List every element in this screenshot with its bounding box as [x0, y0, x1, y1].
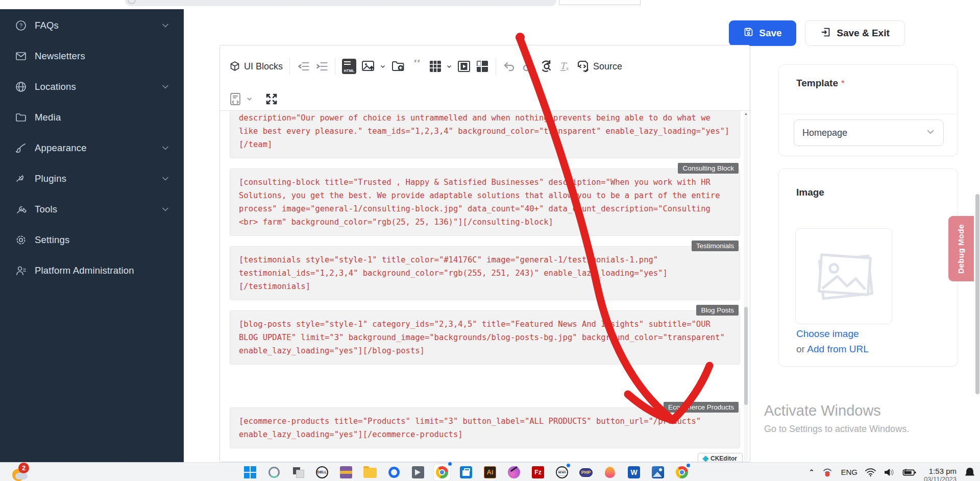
wifi-icon[interactable] — [865, 467, 876, 477]
shortcode-text: [blog-posts style="style-1" category_ids… — [239, 318, 731, 357]
word-app[interactable]: W — [627, 466, 641, 479]
ckeditor-brand-badge: CKEditor — [698, 453, 743, 462]
add-from-url-link[interactable]: Add from URL — [807, 344, 868, 354]
shortcode-widget-blog-posts[interactable]: Blog Posts [blog-posts style="style-1" c… — [230, 310, 740, 365]
exit-icon — [820, 27, 831, 40]
indent-button[interactable] — [312, 56, 331, 77]
shortcode-widget-ecommerce-products[interactable]: Ecommerce Products [ecommerce-products t… — [230, 407, 740, 448]
winrar-app[interactable] — [339, 466, 353, 479]
template-selected-value: Homepage — [802, 128, 926, 138]
chevron-down-icon — [160, 20, 170, 31]
sidebar-item-label: Settings — [35, 234, 170, 246]
chrome-app-active[interactable] — [435, 466, 449, 479]
toolbar-separator — [289, 58, 290, 75]
card-divider — [779, 114, 958, 114]
focus-assist-bell-icon[interactable]: z — [964, 466, 976, 478]
paint-tool-app[interactable] — [507, 466, 521, 479]
debug-mode-tab[interactable]: Debug Mode — [948, 216, 974, 281]
shortcode-widget-testimonials[interactable]: Testimonials [testimonials style="style-… — [230, 246, 740, 300]
insert-image-button[interactable] — [359, 56, 388, 77]
redo-button[interactable] — [519, 56, 537, 77]
cloud-icon — [15, 473, 28, 479]
sidebar-item-faqs[interactable]: ? FAQs — [0, 10, 184, 41]
find-replace-button[interactable] — [537, 56, 555, 77]
sidebar-item-label: Appearance — [35, 142, 160, 154]
sidebar-item-tools[interactable]: Tools — [0, 194, 184, 225]
sidebar-item-appearance[interactable]: Appearance — [0, 133, 184, 163]
remove-format-button[interactable]: Tx — [555, 56, 574, 77]
sidebar-item-newsletters[interactable]: Newsletters — [0, 41, 184, 71]
editor-scrollbar[interactable]: ▲ — [744, 112, 748, 461]
sidebar-item-platform-administration[interactable]: Platform Administration — [0, 255, 184, 286]
scroll-up-arrow[interactable]: ▲ — [744, 112, 748, 115]
shortcode-widget-consulting-block[interactable]: Consulting Block [consulting-block title… — [230, 169, 740, 236]
weather-widget[interactable]: 2 — [11, 466, 30, 481]
add-file-button[interactable] — [388, 56, 408, 77]
sidebar-item-label: Tools — [35, 204, 160, 215]
filezilla-app[interactable]: Fz — [531, 466, 545, 479]
editor-content[interactable]: description="Our power of choice is untr… — [220, 111, 749, 462]
php-app[interactable]: PHP — [579, 466, 593, 479]
sidebar-item-plugins[interactable]: Plugins — [0, 163, 184, 194]
illustrator-app[interactable]: Ai — [483, 466, 497, 479]
widget-badge: Ecommerce Products — [664, 402, 739, 413]
image-placeholder-icon — [811, 245, 876, 307]
opera-app[interactable] — [387, 466, 401, 479]
choose-image-link[interactable]: Choose image — [796, 328, 859, 340]
outdent-button[interactable] — [294, 56, 312, 77]
dell-app[interactable]: DELL — [315, 466, 329, 479]
media-video-icon — [457, 60, 471, 73]
address-bar[interactable] — [125, 0, 556, 6]
photo-viewer-app[interactable] — [411, 466, 425, 479]
php-icon: PHP — [579, 468, 593, 477]
sidebar-item-settings[interactable]: Settings — [0, 225, 184, 255]
save-and-exit-button[interactable]: Save & Exit — [805, 20, 905, 46]
shortcode-text: [consulting-block title="Trusted , Happy… — [239, 176, 731, 229]
chevron-down-icon — [160, 174, 170, 184]
insert-media-button[interactable] — [455, 56, 473, 77]
template-select[interactable]: Homepage — [794, 119, 944, 146]
undo-button[interactable] — [500, 56, 519, 77]
insert-table-button[interactable] — [426, 56, 455, 77]
settings-icon — [14, 233, 28, 247]
sidebar-item-label: FAQs — [35, 20, 160, 31]
maximize-button[interactable] — [262, 89, 281, 109]
hotspot-recording-icon[interactable] — [821, 466, 834, 478]
clock[interactable]: 1:53 pm 03/11/2023 — [924, 467, 957, 481]
sidebar-item-media[interactable]: Media — [0, 102, 184, 133]
block-quote-button[interactable]: “ — [408, 56, 426, 77]
source-button[interactable]: Source — [574, 56, 625, 77]
task-view-button[interactable] — [291, 466, 305, 479]
language-indicator[interactable]: ENG — [841, 468, 857, 476]
file-explorer-app[interactable] — [363, 466, 377, 479]
microsoft-store-app[interactable] — [459, 466, 473, 479]
battery-icon[interactable] — [902, 468, 917, 477]
search-button[interactable] — [267, 466, 281, 479]
image-card-title: Image — [796, 187, 824, 198]
insert-template-button[interactable] — [226, 89, 255, 109]
shortcode-text: description="Our power of choice is untr… — [239, 111, 731, 151]
system-tray: ⌃ ENG 1:53 pm 03/11/2023 z — [808, 463, 976, 481]
chrome-profile-app[interactable] — [675, 466, 689, 479]
start-button[interactable] — [243, 466, 257, 479]
sidebar-item-locations[interactable]: Locations — [0, 71, 184, 102]
shortcode-widget-team[interactable]: description="Our power of choice is untr… — [230, 111, 740, 158]
ui-blocks-button[interactable]: UI Blocks — [226, 56, 285, 77]
shortcode-text: [testimonials style="style-1" title_colo… — [239, 253, 731, 293]
tray-expand-chevron[interactable]: ⌃ — [808, 468, 814, 476]
flame-app[interactable] — [603, 466, 617, 479]
shortcode-text: [ecommerce-products title="Products" lim… — [239, 415, 731, 441]
editor-scrollbar-thumb[interactable] — [744, 307, 748, 405]
filezilla-icon: Fz — [532, 466, 544, 478]
html-embed-button[interactable]: HTML — [339, 56, 359, 77]
page-scrollbar-thumb[interactable] — [975, 194, 979, 394]
volume-icon[interactable] — [884, 467, 895, 477]
save-button[interactable]: Save — [729, 20, 796, 46]
page-break-button[interactable] — [473, 56, 492, 77]
news-app[interactable] — [555, 466, 569, 479]
ckeditor-logo-icon — [702, 455, 709, 462]
image-upload-dropzone[interactable] — [795, 228, 892, 324]
photos-app[interactable] — [651, 466, 665, 479]
date-text: 03/11/2023 — [924, 475, 957, 481]
activate-windows-subtitle: Go to Settings to activate Windows. — [764, 424, 909, 435]
